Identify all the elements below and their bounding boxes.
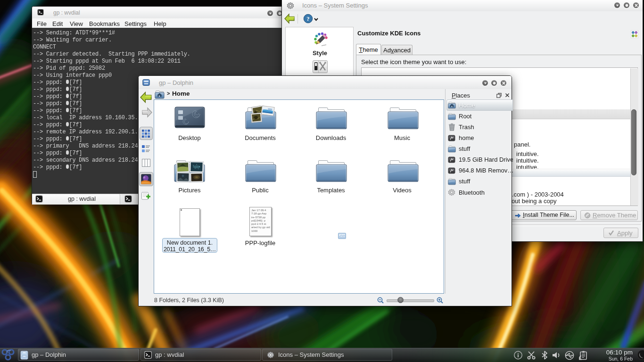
svg-text:?: ? [306, 15, 310, 22]
svg-text:i: i [517, 352, 519, 359]
